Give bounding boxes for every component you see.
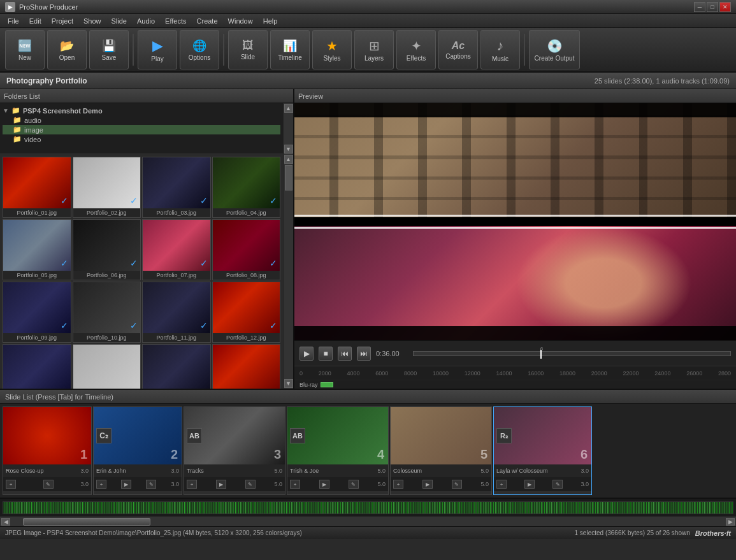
- captions-button[interactable]: Ac Captions: [438, 30, 478, 69]
- slide-item-5[interactable]: 5 Colosseum 5.0 + ▶ ✎ 5.0: [390, 406, 492, 495]
- styles-button[interactable]: ★ Styles: [312, 30, 352, 69]
- play-control-button[interactable]: ▶: [299, 347, 314, 361]
- timeline-button[interactable]: 📊 Timeline: [270, 30, 310, 69]
- thumb-name-02: Portfolio_02.jpg: [73, 208, 141, 217]
- thumb-name-01: Portfolio_01.jpg: [3, 208, 71, 217]
- menu-create[interactable]: Create: [192, 16, 223, 26]
- scroll-thumb[interactable]: [23, 518, 150, 526]
- menu-audio[interactable]: Audio: [132, 16, 160, 26]
- maximize-button[interactable]: □: [707, 2, 718, 12]
- file-thumb-02[interactable]: ✓ Portfolio_02.jpg: [73, 157, 141, 218]
- slide-ctrl-play-4[interactable]: ▶: [319, 480, 329, 489]
- menu-show[interactable]: Show: [78, 16, 106, 26]
- play-button[interactable]: ▶ Play: [138, 30, 177, 69]
- close-button[interactable]: ✕: [719, 2, 731, 12]
- folder-tree: ▼ 📁 PSP4 Screenshot Demo 📁 audio 📁 image…: [0, 103, 283, 154]
- slide-ctrl-edit-3[interactable]: ✎: [245, 480, 256, 489]
- slide-thumb-5: 5: [391, 407, 491, 464]
- layers-icon: ⊞: [369, 38, 380, 54]
- menu-help[interactable]: Help: [258, 16, 283, 26]
- music-button[interactable]: ♪ Music: [480, 30, 520, 69]
- preview-area[interactable]: [294, 103, 736, 340]
- forward-button[interactable]: ⏭: [357, 347, 371, 361]
- folder-scrollbar[interactable]: ▲ ▼: [283, 103, 293, 154]
- slide-ctrl-add-1[interactable]: +: [6, 480, 16, 489]
- slide-controls-1: + ✎ 3.0: [3, 477, 91, 491]
- thumb-name-11: Portfolio_11.jpg: [143, 333, 210, 342]
- slide-item-1[interactable]: 1 Rose Close-up 3.0 + ✎ 3.0: [3, 406, 92, 495]
- status-selected: 1 selected (3666K bytes) 25 of 26 shown: [575, 529, 690, 536]
- slide-duration-5: 5.0: [480, 468, 489, 474]
- file-thumb-11[interactable]: ✓ Portfolio_11.jpg: [142, 282, 211, 343]
- minimize-button[interactable]: ─: [694, 2, 705, 12]
- slide-duration-2: 3.0: [171, 468, 179, 474]
- file-thumb-12[interactable]: ✓ Portfolio_12.jpg: [212, 282, 281, 343]
- menu-slide[interactable]: Slide: [106, 16, 131, 26]
- slide-ctrl-play-5[interactable]: ▶: [422, 480, 433, 489]
- new-button[interactable]: 🆕 New: [5, 30, 45, 69]
- folder-video[interactable]: 📁 video: [3, 134, 280, 144]
- save-button[interactable]: 💾 Save: [89, 30, 129, 69]
- file-thumb-10[interactable]: ✓ Portfolio_10.jpg: [73, 282, 141, 343]
- slide-item-2[interactable]: C₂ 2 Erin & John 3.0 + ▶ ✎ 3.0: [93, 406, 182, 495]
- folder-root[interactable]: ▼ 📁 PSP4 Screenshot Demo: [3, 106, 280, 115]
- slide-name-1: Rose Close-up: [6, 468, 80, 474]
- menu-file[interactable]: File: [3, 16, 24, 26]
- horizontal-scrollbar[interactable]: ◀ ▶: [0, 516, 736, 526]
- slide-list: 1 Rose Close-up 3.0 + ✎ 3.0 C₂ 2 Erin & …: [0, 404, 736, 498]
- stop-control-button[interactable]: ■: [319, 347, 333, 361]
- menu-edit[interactable]: Edit: [24, 16, 47, 26]
- file-thumb-13[interactable]: Portfolio_13.jpg: [3, 344, 71, 389]
- effects-button[interactable]: ✦ Effects: [396, 30, 436, 69]
- file-thumb-01[interactable]: ✓ Portfolio_01.jpg: [3, 157, 71, 218]
- layers-button[interactable]: ⊞ Layers: [354, 30, 394, 69]
- file-thumb-16[interactable]: Portfolio_16.jpg: [212, 344, 281, 389]
- slide-ctrl-edit-5[interactable]: ✎: [452, 480, 462, 489]
- slide-item-3[interactable]: AB 3 Tracks 5.0 + ▶ ✎ 5.0: [184, 406, 285, 495]
- folder-audio[interactable]: 📁 audio: [3, 115, 280, 125]
- file-thumb-07[interactable]: ✓ Portfolio_07.jpg: [142, 219, 211, 280]
- file-grid-outer[interactable]: ✓ Portfolio_01.jpg ✓ Portfolio_02.jpg ✓ …: [0, 154, 283, 389]
- play-icon: ▶: [152, 38, 163, 54]
- slide-item-4[interactable]: AB 4 Trish & Joe 5.0 + ▶ ✎ 5.0: [287, 406, 389, 495]
- file-thumb-03[interactable]: ✓ Portfolio_03.jpg: [142, 157, 211, 218]
- slide-ctrl-edit-4[interactable]: ✎: [349, 480, 359, 489]
- playback-controls: ▶ ■ ⏮ ⏭ 0:36.00 6: [294, 340, 736, 366]
- file-scrollbar[interactable]: ▲ ▼: [283, 154, 293, 389]
- file-thumb-06[interactable]: ✓ Portfolio_06.jpg: [73, 219, 141, 280]
- slide-ctrl-play-2[interactable]: ▶: [121, 480, 131, 489]
- slide-duration-3: 5.0: [274, 468, 282, 474]
- options-button[interactable]: 🌐 Options: [180, 30, 219, 69]
- folder-image[interactable]: 📁 image: [3, 125, 280, 134]
- time-slider[interactable]: 6: [413, 351, 731, 356]
- menu-window[interactable]: Window: [223, 16, 258, 26]
- file-thumb-04[interactable]: ✓ Portfolio_04.jpg: [212, 157, 281, 218]
- create-output-button[interactable]: 💿 Create Output: [529, 30, 580, 69]
- slide-button[interactable]: 🖼 Slide: [228, 30, 268, 69]
- file-thumb-15[interactable]: Portfolio_15.jpg: [142, 344, 211, 389]
- slide-item-6[interactable]: R₂ 6 Layla w/ Colosseum 3.0 + ▶ ✎ 3.0: [493, 406, 592, 495]
- slide-ctrl-add-4[interactable]: +: [290, 480, 300, 489]
- menu-project[interactable]: Project: [47, 16, 78, 26]
- file-thumb-08[interactable]: ✓ Portfolio_08.jpg: [212, 219, 281, 280]
- slide-number-3: 3: [274, 447, 281, 462]
- slide-ctrl-dur-1: 3.0: [80, 481, 89, 487]
- open-button[interactable]: 📂 Open: [47, 30, 87, 69]
- file-thumb-14[interactable]: Portfolio_14.jpg: [73, 344, 141, 389]
- menu-effects[interactable]: Effects: [160, 16, 191, 26]
- slide-ctrl-add-5[interactable]: +: [393, 480, 403, 489]
- rewind-button[interactable]: ⏮: [338, 347, 352, 361]
- slide-ctrl-add-2[interactable]: +: [96, 480, 106, 489]
- file-thumb-09[interactable]: ✓ Portfolio_09.jpg: [3, 282, 71, 343]
- status-right: 1 selected (3666K bytes) 25 of 26 shown …: [575, 529, 731, 537]
- slide-ctrl-edit-2[interactable]: ✎: [146, 480, 156, 489]
- file-thumb-05[interactable]: ✓ Portfolio_05.jpg: [3, 219, 71, 280]
- slide-ctrl-edit-1[interactable]: ✎: [43, 480, 54, 489]
- slide-controls-6: + ▶ ✎ 3.0: [494, 477, 591, 491]
- slide-ctrl-edit-6[interactable]: ✎: [552, 480, 563, 489]
- slide-ctrl-play-6[interactable]: ▶: [524, 480, 535, 489]
- slide-ctrl-add-3[interactable]: +: [187, 480, 197, 489]
- thumb-check-08: ✓: [270, 258, 277, 268]
- slide-ctrl-add-6[interactable]: +: [496, 480, 507, 489]
- slide-ctrl-play-3[interactable]: ▶: [216, 480, 226, 489]
